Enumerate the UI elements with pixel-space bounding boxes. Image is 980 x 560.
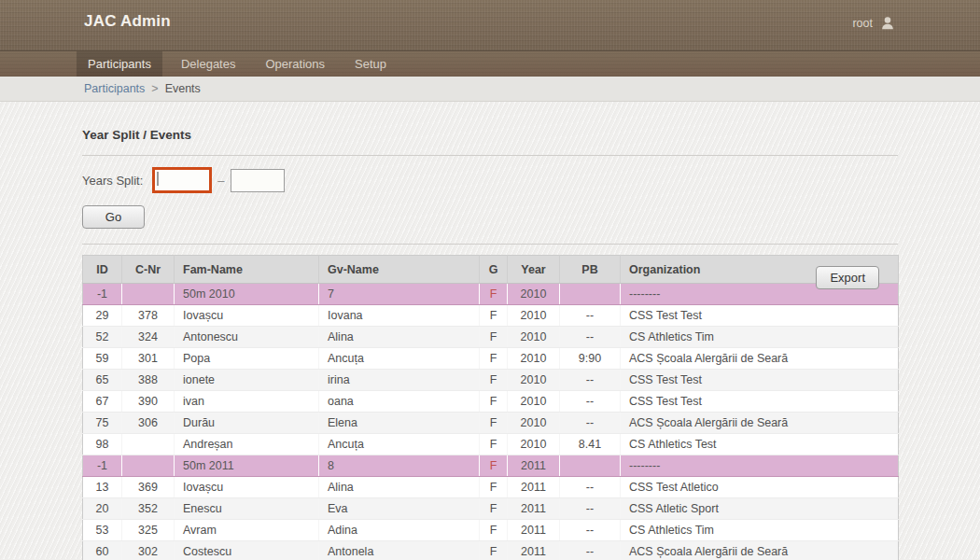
- year-from-input[interactable]: [152, 167, 212, 193]
- cell-fam-name: ivan: [175, 391, 319, 413]
- cell-g: F: [480, 541, 508, 560]
- table-row[interactable]: 13 369 Iovașcu Alina F 2011 -- CSS Test …: [83, 477, 899, 498]
- cell-cnr: 302: [122, 541, 175, 560]
- nav-tab-setup[interactable]: Setup: [343, 51, 398, 77]
- table-row[interactable]: 75 306 Durău Elena F 2010 -- ACS Școala …: [83, 413, 899, 434]
- cell-organization: CS Athletics Test: [621, 434, 899, 455]
- cell-id: 75: [83, 413, 122, 434]
- cell-year: 2011: [508, 455, 560, 477]
- cell-gv-name: Adina: [319, 520, 480, 541]
- divider-top: [82, 155, 898, 156]
- cell-id: 13: [83, 477, 122, 498]
- cell-gv-name: Alina: [319, 477, 480, 498]
- table-row[interactable]: 20 352 Enescu Eva F 2011 -- CSS Atletic …: [83, 498, 899, 520]
- text-caret: [157, 172, 159, 186]
- cell-year: 2010: [508, 434, 560, 455]
- cell-fam-name: Andreșan: [175, 434, 319, 455]
- cell-gv-name: Eva: [319, 498, 480, 520]
- events-table: ID C-Nr Fam-Name Gv-Name G Year PB Organ…: [82, 255, 899, 560]
- table-row[interactable]: 60 302 Costescu Antonela F 2011 -- ACS Ș…: [83, 541, 899, 560]
- user-menu[interactable]: root: [852, 15, 896, 32]
- cell-pb: [560, 284, 621, 305]
- col-header-year: Year: [508, 256, 560, 284]
- nav-tab-operations[interactable]: Operations: [254, 51, 336, 77]
- table-body: -1 50m 2010 7 F 2010 -------- 29 378 Iov…: [83, 284, 899, 560]
- cell-gv-name: Antonela: [319, 541, 480, 560]
- table-row[interactable]: -1 50m 2010 7 F 2010 --------: [83, 284, 899, 305]
- app-title: JAC Admin: [84, 12, 171, 31]
- years-split-label: Years Split:: [82, 174, 143, 188]
- cell-year: 2011: [508, 520, 560, 541]
- table-row[interactable]: 98 Andreșan Ancuța F 2010 8.41 CS Athlet…: [83, 434, 899, 455]
- cell-g: F: [480, 477, 508, 498]
- table-row[interactable]: 52 324 Antonescu Alina F 2010 -- CS Athl…: [83, 327, 899, 348]
- cell-cnr: 324: [122, 327, 175, 348]
- cell-id: 60: [83, 541, 122, 560]
- cell-organization: CSS Test Atletico: [621, 477, 899, 498]
- table-row[interactable]: 59 301 Popa Ancuța F 2010 9:90 ACS Școal…: [83, 348, 899, 370]
- cell-year: 2010: [508, 391, 560, 413]
- table-row[interactable]: 29 378 Iovașcu Iovana F 2010 -- CSS Test…: [83, 305, 899, 327]
- table-row[interactable]: 67 390 ivan oana F 2010 -- CSS Test Test: [83, 391, 899, 413]
- col-header-pb: PB: [560, 256, 621, 284]
- table-row[interactable]: -1 50m 2011 8 F 2011 --------: [83, 455, 899, 477]
- nav-tab-participants[interactable]: Participants: [77, 51, 162, 77]
- cell-cnr: 301: [122, 348, 175, 370]
- cell-year: 2011: [508, 498, 560, 520]
- cell-pb: --: [560, 477, 621, 498]
- cell-id: -1: [83, 455, 122, 477]
- cell-pb: --: [560, 520, 621, 541]
- cell-cnr: 306: [122, 413, 175, 434]
- cell-pb: --: [560, 498, 621, 520]
- year-to-input[interactable]: [231, 169, 285, 192]
- cell-year: 2010: [508, 284, 560, 305]
- cell-g: F: [480, 348, 508, 370]
- cell-cnr: [122, 284, 175, 305]
- cell-gv-name: Elena: [319, 413, 480, 434]
- cell-organization: CSS Test Test: [621, 370, 899, 391]
- breadcrumb-link-participants[interactable]: Participants: [84, 82, 145, 95]
- table-row[interactable]: 65 388 ionete irina F 2010 -- CSS Test T…: [83, 370, 899, 391]
- cell-cnr: 369: [122, 477, 175, 498]
- cell-id: 98: [83, 434, 122, 455]
- cell-pb: --: [560, 305, 621, 327]
- cell-fam-name: Popa: [175, 348, 319, 370]
- range-dash: –: [217, 174, 224, 188]
- table-row[interactable]: 53 325 Avram Adina F 2011 -- CS Athletic…: [83, 520, 899, 541]
- cell-pb: 9:90: [560, 348, 621, 370]
- cell-organization: CSS Test Test: [621, 305, 899, 327]
- main-content: Year Split / Events Years Split: – Go Ex…: [0, 102, 980, 559]
- cell-pb: --: [560, 327, 621, 348]
- col-header-gv-name: Gv-Name: [319, 256, 480, 284]
- cell-id: 67: [83, 391, 122, 413]
- cell-fam-name: Avram: [175, 520, 319, 541]
- page-title: Year Split / Events: [82, 102, 898, 142]
- cell-fam-name: Iovașcu: [175, 477, 319, 498]
- app-header: JAC Admin root: [0, 0, 980, 51]
- col-header-id: ID: [83, 256, 122, 284]
- cell-year: 2010: [508, 370, 560, 391]
- cell-cnr: 388: [122, 370, 175, 391]
- breadcrumb: Participants > Events: [0, 77, 980, 102]
- cell-g: F: [480, 391, 508, 413]
- cell-year: 2010: [508, 327, 560, 348]
- cell-organization: CSS Atletic Sport: [621, 498, 899, 520]
- cell-g: F: [480, 455, 508, 477]
- cell-organization: ACS Școala Alergării de Seară: [621, 348, 899, 370]
- cell-pb: --: [560, 391, 621, 413]
- table-header-row: ID C-Nr Fam-Name Gv-Name G Year PB Organ…: [83, 256, 899, 284]
- cell-year: 2011: [508, 477, 560, 498]
- cell-g: F: [480, 305, 508, 327]
- cell-id: -1: [83, 284, 122, 305]
- cell-gv-name: Ancuța: [319, 434, 480, 455]
- nav-tab-delegates[interactable]: Delegates: [170, 51, 247, 77]
- cell-fam-name: Iovașcu: [175, 305, 319, 327]
- cell-organization: --------: [621, 455, 899, 477]
- cell-organization: CS Athletics Tim: [621, 327, 899, 348]
- cell-gv-name: Iovana: [319, 305, 480, 327]
- export-button[interactable]: Export: [816, 266, 879, 289]
- cell-fam-name: Antonescu: [175, 327, 319, 348]
- go-button[interactable]: Go: [82, 205, 145, 229]
- cell-cnr: 390: [122, 391, 175, 413]
- username-label: root: [852, 17, 873, 30]
